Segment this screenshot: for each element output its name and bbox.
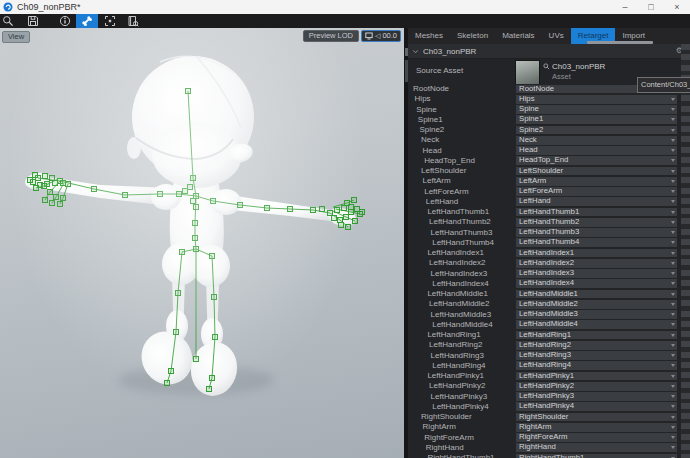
joint-marker[interactable] <box>311 208 316 213</box>
source-asset-type: Asset <box>552 72 571 81</box>
joint-marker[interactable] <box>42 184 47 189</box>
bone-mapping-row: LeftShoulderLeftShoulder <box>408 165 690 175</box>
source-asset-thumbnail[interactable] <box>515 60 540 85</box>
joint-marker[interactable] <box>338 218 343 223</box>
joint-marker[interactable] <box>158 192 163 197</box>
joint-marker[interactable] <box>194 357 199 362</box>
preview-lod-button[interactable]: Preview LOD <box>303 30 359 42</box>
save-icon[interactable] <box>27 15 39 27</box>
joint-marker[interactable] <box>212 295 217 300</box>
joint-marker[interactable] <box>174 330 179 335</box>
chevron-down-icon <box>671 313 675 316</box>
tab-bar: Meshes Skeleton Materials UVs Retarget I… <box>408 28 690 45</box>
joint-marker[interactable] <box>194 247 199 252</box>
joint-marker[interactable] <box>238 203 243 208</box>
lod-meter[interactable]: ◁ 00.0 <box>361 30 401 42</box>
source-asset-name: Ch03_nonPBR <box>552 62 605 71</box>
joint-marker[interactable] <box>213 335 218 340</box>
joint-marker[interactable] <box>358 212 363 217</box>
info-icon[interactable] <box>59 15 71 27</box>
joint-marker[interactable] <box>50 176 55 181</box>
joint-marker[interactable] <box>191 199 196 204</box>
joint-marker[interactable] <box>191 176 196 181</box>
title-bar: Ch09_nonPBR* – □ × <box>0 0 690 15</box>
viewport-3d[interactable]: View Preview LOD ◁ 00.0 <box>0 28 404 458</box>
joint-marker[interactable] <box>342 206 347 211</box>
joint-marker[interactable] <box>43 174 48 179</box>
joint-marker[interactable] <box>288 207 293 212</box>
tab-skeleton[interactable]: Skeleton <box>450 28 495 44</box>
joint-marker[interactable] <box>355 207 360 212</box>
joint-marker[interactable] <box>61 196 66 201</box>
bone-name-label: LeftHandIndex2 <box>429 258 486 267</box>
joint-marker[interactable] <box>344 215 349 220</box>
joint-marker[interactable] <box>349 210 354 215</box>
joint-marker[interactable] <box>54 195 59 200</box>
joint-marker[interactable] <box>176 291 181 296</box>
joint-marker[interactable] <box>335 208 340 213</box>
joint-marker[interactable] <box>61 181 66 186</box>
joint-marker[interactable] <box>58 202 63 207</box>
joint-marker[interactable] <box>320 207 325 212</box>
joint-marker[interactable] <box>123 193 128 198</box>
bone-mapping-dropdown[interactable]: RightHandThumb1 <box>515 453 678 458</box>
bone-mapping-row: LeftHandThumb3LeftHandThumb3 <box>408 227 690 237</box>
joint-marker[interactable] <box>346 225 351 230</box>
joint-marker[interactable] <box>183 189 188 194</box>
joint-marker[interactable] <box>207 387 212 392</box>
joint-marker[interactable] <box>353 219 358 224</box>
tab-materials[interactable]: Materials <box>495 28 541 44</box>
bone-name-label: LeftHandMiddle3 <box>431 310 491 319</box>
view-menu-button[interactable]: View <box>2 31 30 43</box>
chevron-down-icon <box>671 334 675 337</box>
joint-marker[interactable] <box>193 221 198 226</box>
bone-mapping-row: LeftHandMiddle1LeftHandMiddle1 <box>408 288 690 298</box>
joint-marker[interactable] <box>328 211 333 216</box>
joint-marker[interactable] <box>180 250 185 255</box>
chevron-down-icon <box>671 98 675 101</box>
joint-marker[interactable] <box>194 205 199 210</box>
joint-marker[interactable] <box>66 182 71 187</box>
joint-marker[interactable] <box>43 198 48 203</box>
bone-mapping-value: LeftHandThumb4 <box>516 238 667 247</box>
close-button[interactable]: × <box>664 1 690 14</box>
chevron-down-icon <box>671 303 675 306</box>
joint-marker[interactable] <box>210 254 215 259</box>
bone-name-label: LeftHandThumb1 <box>427 207 489 216</box>
joint-marker[interactable] <box>53 181 58 186</box>
joint-marker[interactable] <box>265 206 270 211</box>
bone-mapping-value: LeftHandThumb1 <box>516 208 667 217</box>
joint-marker[interactable] <box>48 190 53 195</box>
tab-meshes[interactable]: Meshes <box>408 28 450 44</box>
frame-selection-icon[interactable] <box>104 15 116 27</box>
bone-mapping-value: LeftHandPinky4 <box>516 402 667 411</box>
joint-marker[interactable] <box>169 369 174 374</box>
joint-marker[interactable] <box>92 187 97 192</box>
joint-marker[interactable] <box>34 186 39 191</box>
source-section-header[interactable]: Ch03_nonPBR ⚙ <box>408 44 690 59</box>
joint-marker[interactable] <box>186 89 191 94</box>
joint-marker[interactable] <box>210 376 215 381</box>
joint-marker[interactable] <box>28 178 33 183</box>
minimize-button[interactable]: – <box>612 1 638 14</box>
bone-mapping-value: LeftHandRing1 <box>516 331 667 340</box>
joint-marker[interactable] <box>339 223 344 228</box>
documentation-icon[interactable] <box>127 15 139 27</box>
source-asset-name-row[interactable]: Ch03_nonPBR <box>543 62 605 71</box>
tab-uvs[interactable]: UVs <box>542 28 571 44</box>
search-icon[interactable] <box>2 15 14 27</box>
maximize-button[interactable]: □ <box>638 1 664 14</box>
joint-marker[interactable] <box>211 199 216 204</box>
bone-mapping-value: Spine <box>516 105 667 114</box>
joint-marker[interactable] <box>332 216 337 221</box>
joint-marker[interactable] <box>188 185 193 190</box>
joint-marker[interactable] <box>177 192 182 197</box>
joint-marker[interactable] <box>165 381 170 386</box>
joint-marker[interactable] <box>345 201 350 206</box>
joint-marker[interactable] <box>33 173 38 178</box>
joint-marker[interactable] <box>194 194 199 199</box>
joint-marker[interactable] <box>352 198 357 203</box>
joint-marker[interactable] <box>193 236 198 241</box>
bone-icon[interactable] <box>81 15 93 27</box>
joint-marker[interactable] <box>50 201 55 206</box>
